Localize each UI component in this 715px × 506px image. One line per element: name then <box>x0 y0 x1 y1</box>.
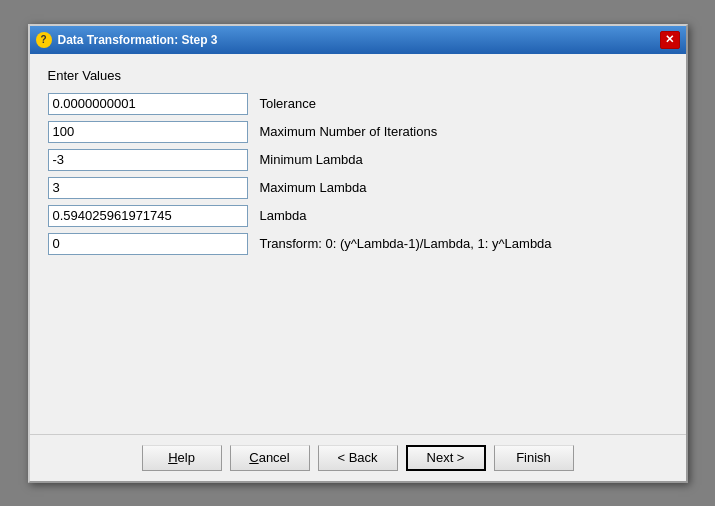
form-row-tolerance: Tolerance <box>48 93 668 115</box>
tolerance-input[interactable] <box>48 93 248 115</box>
lambda-label: Lambda <box>260 208 307 223</box>
form-rows: Tolerance Maximum Number of Iterations M… <box>48 93 668 255</box>
close-button[interactable]: ✕ <box>660 31 680 49</box>
back-button[interactable]: < Back <box>318 445 398 471</box>
max-iterations-label: Maximum Number of Iterations <box>260 124 438 139</box>
next-label: Next > <box>427 450 465 465</box>
dialog-icon: ? <box>36 32 52 48</box>
max-iterations-input[interactable] <box>48 121 248 143</box>
cancel-underline: Cancel <box>249 450 289 465</box>
next-button[interactable]: Next > <box>406 445 486 471</box>
dialog-window: ? Data Transformation: Step 3 ✕ Enter Va… <box>28 24 688 483</box>
min-lambda-input[interactable] <box>48 149 248 171</box>
min-lambda-label: Minimum Lambda <box>260 152 363 167</box>
form-row-max-iterations: Maximum Number of Iterations <box>48 121 668 143</box>
form-row-max-lambda: Maximum Lambda <box>48 177 668 199</box>
help-underline: Help <box>168 450 195 465</box>
window-title: Data Transformation: Step 3 <box>58 33 218 47</box>
lambda-input[interactable] <box>48 205 248 227</box>
title-bar-left: ? Data Transformation: Step 3 <box>36 32 218 48</box>
max-lambda-input[interactable] <box>48 177 248 199</box>
back-label: < Back <box>337 450 377 465</box>
help-button[interactable]: Help <box>142 445 222 471</box>
form-row-transform: Transform: 0: (y^Lambda-1)/Lambda, 1: y^… <box>48 233 668 255</box>
tolerance-label: Tolerance <box>260 96 316 111</box>
transform-label: Transform: 0: (y^Lambda-1)/Lambda, 1: y^… <box>260 236 552 251</box>
form-row-lambda: Lambda <box>48 205 668 227</box>
section-label: Enter Values <box>48 68 668 83</box>
max-lambda-label: Maximum Lambda <box>260 180 367 195</box>
button-bar: Help Cancel < Back Next > Finish <box>30 434 686 481</box>
dialog-content: Enter Values Tolerance Maximum Number of… <box>30 54 686 434</box>
title-bar: ? Data Transformation: Step 3 ✕ <box>30 26 686 54</box>
cancel-button[interactable]: Cancel <box>230 445 310 471</box>
finish-button[interactable]: Finish <box>494 445 574 471</box>
finish-label: Finish <box>516 450 551 465</box>
transform-input[interactable] <box>48 233 248 255</box>
form-row-min-lambda: Minimum Lambda <box>48 149 668 171</box>
